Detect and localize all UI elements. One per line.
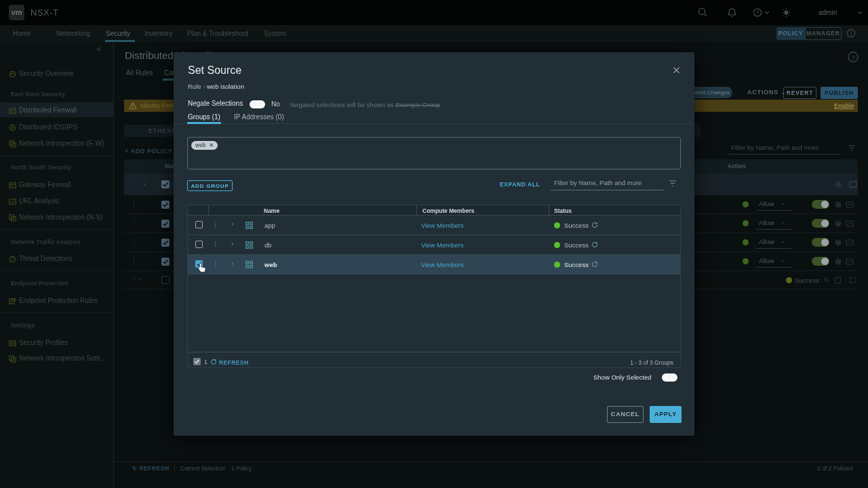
svg-text:?: ? bbox=[756, 9, 760, 16]
svg-text:?: ? bbox=[851, 54, 854, 61]
